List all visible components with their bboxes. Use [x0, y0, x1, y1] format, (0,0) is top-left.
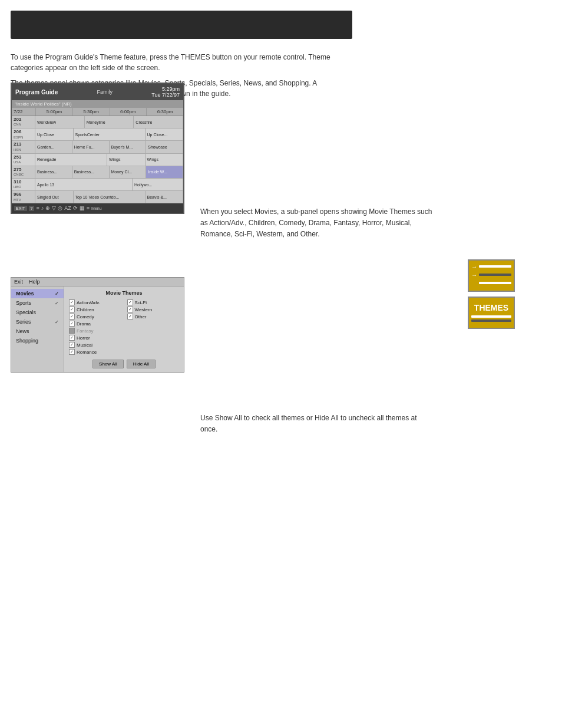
- pg-icon-refresh: ⟳: [73, 205, 78, 211]
- table-row[interactable]: 310 HBO Apollo 13 Hollywo...: [12, 179, 183, 191]
- prog-beavis: Beavis &...: [146, 191, 184, 203]
- pg-programs-966: Singled Out Top 10 Video Countdo... Beav…: [35, 191, 183, 203]
- cat-shopping[interactable]: Shopping: [11, 336, 64, 345]
- theme-empty-4: [127, 342, 180, 348]
- table-row[interactable]: 206 ESPN Up Close SportsCenter Up Close.…: [12, 129, 183, 141]
- pg-programs-275: Business... Business... Money Cl... Insi…: [35, 166, 183, 178]
- theme-comedy-label: Comedy: [77, 314, 94, 319]
- theme-action-label: Action/Adv.: [77, 300, 100, 305]
- hide-all-button[interactable]: Hide All: [127, 360, 156, 368]
- section-text-right: When you select Movies, a sub-panel open…: [200, 206, 436, 241]
- cat-news-label: News: [16, 328, 29, 334]
- theme-musical-label: Musical: [77, 342, 92, 348]
- pg-programs-213: Garden... Home Fu... Buyer's M... Showca…: [35, 141, 183, 153]
- cat-shopping-label: Shopping: [16, 338, 38, 344]
- theme-drama-check: [69, 321, 75, 327]
- theme-western-check: [127, 307, 133, 312]
- icon-line-3: →: [471, 280, 511, 286]
- icon-line-2: →: [471, 272, 511, 278]
- theme-fantasy[interactable]: Fantasy: [69, 328, 121, 334]
- themes-panel: Exit Help Movies ✓ Sports ✓ Specials Ser…: [11, 277, 184, 373]
- pg-programs-202: Worldview Moneyline Crossfire: [35, 116, 183, 128]
- theme-other[interactable]: Other: [127, 314, 180, 319]
- theme-empty-5: [127, 349, 180, 355]
- pg-title: Program Guide: [15, 89, 58, 95]
- themes-menubar: Exit Help: [11, 278, 184, 286]
- pg-time: 5:29pm Tue 7/22/97: [151, 86, 180, 98]
- theme-romance-check: [69, 349, 75, 355]
- pg-header: Program Guide Family 5:29pm Tue 7/22/97: [12, 84, 183, 100]
- program-guide-container: Program Guide Family 5:29pm Tue 7/22/97 …: [11, 83, 184, 214]
- theme-musical[interactable]: Musical: [69, 342, 121, 348]
- cat-movies[interactable]: Movies ✓: [11, 289, 64, 298]
- themes-icon-label: THEMES: [471, 302, 511, 314]
- theme-scifi-check: [127, 299, 133, 305]
- cat-sports-label: Sports: [16, 300, 31, 306]
- theme-romance-label: Romance: [77, 350, 97, 355]
- pg-exit-btn[interactable]: EXIT: [14, 206, 27, 211]
- pg-icon-menu: ≡: [36, 205, 39, 211]
- ch-966: 966 MTV: [12, 191, 35, 203]
- theme-western[interactable]: Western: [127, 307, 180, 312]
- pg-icon-lines: ≡: [87, 205, 90, 211]
- prog-hollywo: Hollywo...: [133, 179, 183, 190]
- themes-body: Movies ✓ Sports ✓ Specials Series ✓ News: [11, 286, 184, 372]
- themes-icon-box: THEMES: [468, 297, 515, 329]
- cat-sports[interactable]: Sports ✓: [11, 298, 64, 308]
- themes-bar-1: [471, 315, 511, 318]
- cat-news[interactable]: News: [11, 327, 64, 336]
- themes-grid: Action/Adv. Sci-Fi Children: [69, 299, 179, 355]
- theme-drama-label: Drama: [77, 321, 91, 327]
- show-all-button[interactable]: Show All: [92, 360, 124, 368]
- icon-bar-2: [479, 274, 511, 276]
- theme-romance[interactable]: Romance: [69, 349, 121, 355]
- theme-comedy[interactable]: Comedy: [69, 314, 121, 319]
- prog-top10: Top 10 Video Countdo...: [74, 191, 146, 203]
- ch-206: 206 ESPN: [12, 129, 35, 140]
- cat-series[interactable]: Series ✓: [11, 317, 64, 327]
- pg-time-row: 7/22 5:00pm 5:30pm 6:00pm 6:30pm: [12, 108, 183, 116]
- pg-help-btn[interactable]: ?: [29, 206, 35, 211]
- icon-line-1: →: [471, 263, 511, 270]
- theme-other-label: Other: [135, 314, 147, 319]
- theme-empty-1: [127, 321, 180, 327]
- table-row[interactable]: 966 MTV Singled Out Top 10 Video Countdo…: [12, 191, 183, 203]
- theme-scifi[interactable]: Sci-Fi: [127, 299, 180, 305]
- prog-apollo: Apollo 13: [35, 179, 133, 190]
- theme-other-check: [127, 314, 133, 319]
- table-row[interactable]: 275 CNBC Business... Business... Money C…: [12, 166, 183, 179]
- cat-specials[interactable]: Specials: [11, 308, 64, 317]
- themes-menu-exit[interactable]: Exit: [14, 279, 23, 285]
- arrow-icon-1: →: [471, 263, 477, 270]
- theme-action-check: [69, 299, 75, 305]
- pg-icon-az: AZ: [64, 205, 71, 211]
- cat-series-label: Series: [16, 319, 31, 325]
- theme-fantasy-label: Fantasy: [77, 328, 93, 334]
- table-row[interactable]: 202 CNN Worldview Moneyline Crossfire: [12, 116, 183, 129]
- prog-buyers: Buyer's M...: [110, 141, 147, 153]
- pg-icon-circle: ◎: [58, 205, 62, 211]
- prog-wings2: Wings: [146, 154, 184, 166]
- theme-horror[interactable]: Horror: [69, 335, 121, 341]
- pg-time-630: 6:30pm: [146, 108, 183, 116]
- arrow-icon-2: →: [471, 272, 477, 278]
- body-para-4: Use Show All to check all themes or Hide…: [200, 413, 436, 435]
- body-para-3: When you select Movies, a sub-panel open…: [200, 206, 436, 241]
- icon-bar-1: [479, 265, 511, 268]
- theme-drama[interactable]: Drama: [69, 321, 121, 327]
- theme-children[interactable]: Children: [69, 307, 121, 312]
- table-row[interactable]: 213 HSN Garden... Home Fu... Buyer's M..…: [12, 141, 183, 153]
- prog-business2: Business...: [72, 166, 110, 178]
- prog-sportscenter: SportsCenter: [74, 129, 146, 140]
- table-row[interactable]: 253 USA Renegade Wings Wings: [12, 154, 183, 166]
- prog-insidew: Inside W...: [146, 166, 183, 178]
- themes-menu-help[interactable]: Help: [29, 279, 40, 285]
- theme-comedy-check: [69, 314, 75, 319]
- right-icons-area: → → → THEMES: [468, 259, 515, 329]
- ch-213: 213 HSN: [12, 141, 35, 153]
- pg-time-600: 6:00pm: [110, 108, 147, 116]
- theme-action[interactable]: Action/Adv.: [69, 299, 121, 305]
- section-below-text: Use Show All to check all themes or Hide…: [200, 413, 436, 435]
- prog-worldview: Worldview: [35, 116, 85, 128]
- theme-fantasy-check: [69, 328, 75, 334]
